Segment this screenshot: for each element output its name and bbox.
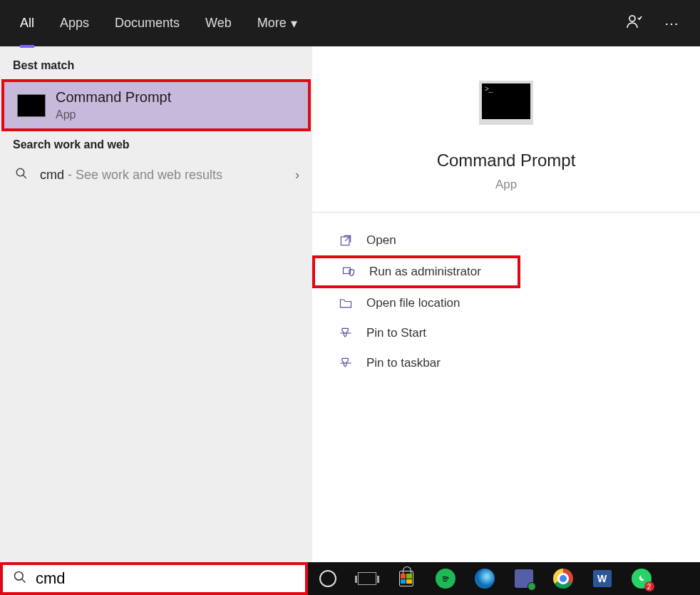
whatsapp-icon[interactable] <box>622 562 661 595</box>
pin-icon <box>338 325 354 341</box>
preview-pane: Command Prompt App Open Run as administr… <box>312 46 700 562</box>
search-icon <box>13 167 30 183</box>
account-icon[interactable] <box>626 13 643 34</box>
work-web-header: Search work and web <box>0 133 312 157</box>
preview-app-icon <box>479 81 533 125</box>
svg-point-7 <box>15 571 24 580</box>
search-web-hint: - See work and web results <box>64 168 222 182</box>
tab-more-label: More <box>257 16 287 31</box>
action-run-admin[interactable]: Run as administrator <box>312 255 520 288</box>
svg-line-2 <box>23 175 26 178</box>
search-icon <box>13 570 27 588</box>
taskbar-search-box[interactable] <box>0 562 308 595</box>
results-pane: Best match Command Prompt App Search wor… <box>0 46 312 562</box>
action-open-location[interactable]: Open file location <box>312 288 700 318</box>
preview-title: Command Prompt <box>437 151 576 171</box>
search-work-web-item[interactable]: cmd - See work and web results › <box>0 157 312 193</box>
search-web-text: cmd - See work and web results <box>40 168 285 183</box>
tab-more[interactable]: More ▾ <box>245 0 310 46</box>
best-match-title: Command Prompt <box>56 89 171 106</box>
pin-icon <box>338 355 354 371</box>
task-view-icon[interactable] <box>347 562 386 595</box>
tab-apps[interactable]: Apps <box>47 0 102 46</box>
action-pin-start-label: Pin to Start <box>366 326 426 340</box>
best-match-header: Best match <box>0 54 312 78</box>
cortana-icon[interactable] <box>308 562 347 595</box>
open-icon <box>338 233 354 248</box>
tab-documents[interactable]: Documents <box>102 0 192 46</box>
preview-subtitle: App <box>495 178 517 192</box>
edge-icon[interactable] <box>465 562 504 595</box>
search-web-query: cmd <box>40 168 64 182</box>
folder-icon <box>338 295 354 311</box>
action-open[interactable]: Open <box>312 225 700 255</box>
action-pin-taskbar[interactable]: Pin to taskbar <box>312 348 700 378</box>
search-input[interactable] <box>36 569 295 588</box>
action-pin-taskbar-label: Pin to taskbar <box>366 356 441 370</box>
command-prompt-icon <box>17 94 46 117</box>
action-open-location-label: Open file location <box>366 296 460 310</box>
best-match-command-prompt[interactable]: Command Prompt App <box>1 79 311 131</box>
action-open-label: Open <box>366 233 396 248</box>
tab-web[interactable]: Web <box>192 0 245 46</box>
chevron-down-icon: ▾ <box>291 16 297 31</box>
svg-line-8 <box>22 579 26 582</box>
word-icon[interactable]: W <box>582 562 622 595</box>
spotify-icon[interactable] <box>426 562 465 595</box>
more-options-icon[interactable]: ⋯ <box>664 15 679 32</box>
search-tabs-bar: All Apps Documents Web More ▾ ⋯ <box>0 0 700 46</box>
taskbar: W <box>0 562 700 595</box>
svg-point-1 <box>16 168 24 176</box>
microsoft-store-icon[interactable] <box>386 562 426 595</box>
chevron-right-icon: › <box>295 168 299 183</box>
tab-all[interactable]: All <box>7 0 47 46</box>
action-run-admin-label: Run as administrator <box>369 265 481 279</box>
shield-admin-icon <box>341 264 356 280</box>
action-pin-start[interactable]: Pin to Start <box>312 318 700 348</box>
svg-point-0 <box>629 16 635 21</box>
teams-icon[interactable] <box>504 562 543 595</box>
chrome-icon[interactable] <box>543 562 582 595</box>
best-match-subtitle: App <box>56 108 171 121</box>
